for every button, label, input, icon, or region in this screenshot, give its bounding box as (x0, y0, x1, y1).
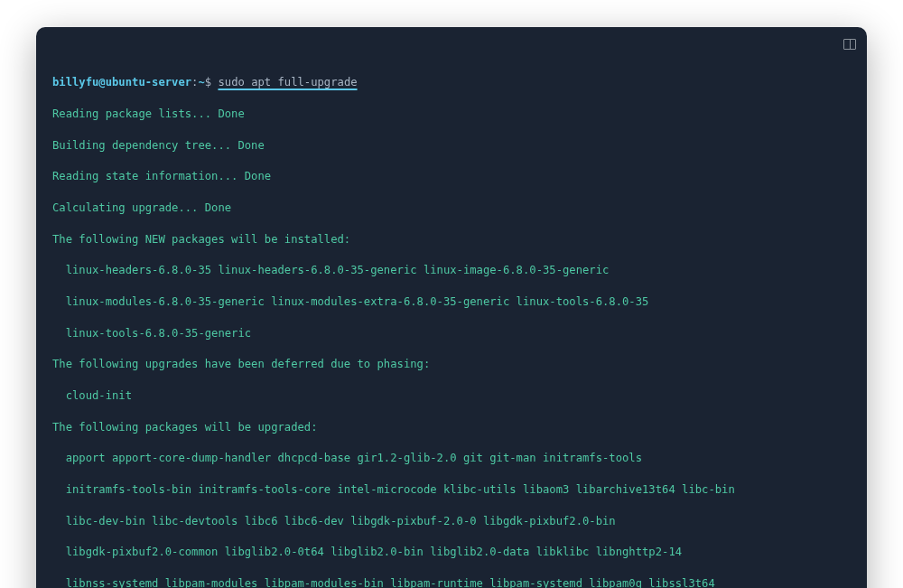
output-line: Reading package lists... Done (52, 107, 851, 122)
output-upgraded-package: libc-dev-bin libc-devtools libc6 libc6-d… (52, 514, 851, 529)
output-deferred-package: cloud-init (52, 388, 851, 404)
output-line: Building dependency tree... Done (52, 138, 851, 154)
command-text: sudo apt full-upgrade (218, 76, 357, 89)
terminal-window: billyfu@ubuntu-server:~$ sudo apt full-u… (36, 27, 867, 588)
output-upgraded-package: libnss-systemd libpam-modules libpam-mod… (52, 576, 851, 588)
output-line: Reading state information... Done (52, 169, 851, 184)
output-upgraded-package: apport apport-core-dump-handler dhcpcd-b… (52, 451, 851, 466)
output-deferred-header: The following upgrades have been deferre… (52, 357, 851, 372)
prompt-symbol: $ (205, 76, 211, 89)
output-upgraded-package: initramfs-tools-bin initramfs-tools-core… (52, 482, 851, 498)
output-new-package: linux-modules-6.8.0-35-generic linux-mod… (52, 294, 851, 310)
output-new-package: linux-headers-6.8.0-35 linux-headers-6.8… (52, 263, 851, 278)
prompt-path: ~ (198, 76, 204, 89)
output-upgraded-header: The following packages will be upgraded: (52, 420, 851, 435)
output-new-header: The following NEW packages will be insta… (52, 232, 851, 247)
prompt-user-host: billyfu@ubuntu-server (52, 76, 191, 89)
window-controls (843, 36, 856, 53)
prompt-line: billyfu@ubuntu-server:~$ sudo apt full-u… (52, 75, 851, 90)
output-line: Calculating upgrade... Done (52, 201, 851, 216)
terminal-content[interactable]: billyfu@ubuntu-server:~$ sudo apt full-u… (36, 27, 867, 588)
panel-toggle-icon[interactable] (843, 39, 856, 50)
output-upgraded-package: libgdk-pixbuf2.0-common libglib2.0-0t64 … (52, 545, 851, 560)
output-new-package: linux-tools-6.8.0-35-generic (52, 326, 851, 341)
